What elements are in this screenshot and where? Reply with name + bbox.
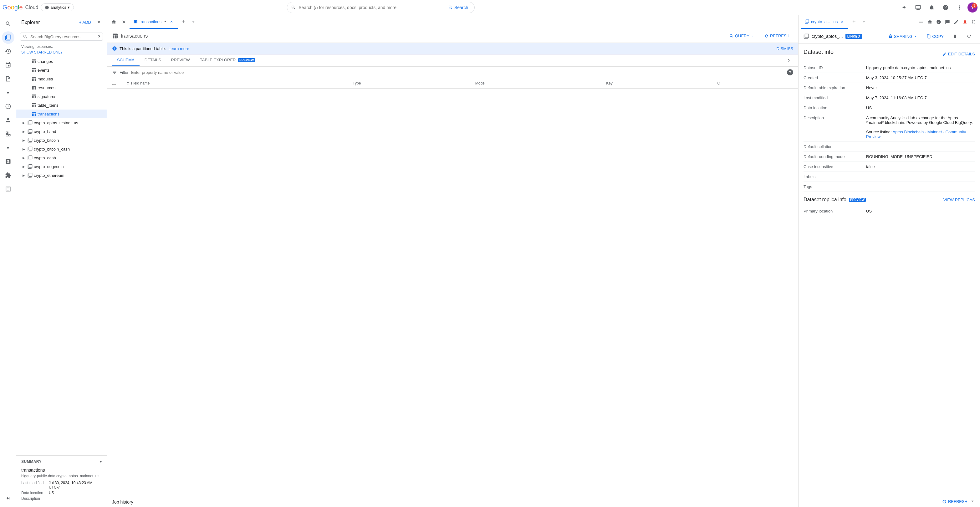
tree-item-changes[interactable]: changes ☆ ⋮ [16, 57, 107, 66]
delete-button[interactable] [949, 32, 961, 41]
refresh-table-button[interactable]: REFRESH [760, 32, 793, 40]
monitor-icon-btn[interactable] [912, 2, 924, 13]
resource-search-input[interactable] [30, 34, 95, 39]
tree-item-dash[interactable]: ▶ crypto_dash ☆ ⋮ [16, 153, 107, 162]
search-input[interactable] [299, 5, 443, 10]
star-signatures-btn[interactable]: ☆ [91, 93, 97, 99]
tree-item-modules[interactable]: modules ☆ ⋮ [16, 75, 107, 83]
more-dogecoin-btn[interactable]: ⋮ [98, 163, 104, 170]
select-all-checkbox[interactable] [112, 81, 116, 85]
sidebar-dot2-item[interactable]: • [2, 142, 14, 154]
more-testnet-btn[interactable]: ⋮ [98, 120, 104, 126]
star-transactions-btn[interactable]: ☆ [91, 111, 97, 117]
tree-item-ethereum[interactable]: ▶ crypto_ethereum ☆ ⋮ [16, 171, 107, 180]
sidebar-pinned-item[interactable] [2, 59, 14, 71]
tab-preview[interactable]: PREVIEW [166, 54, 195, 66]
filter-help-icon[interactable]: ? [787, 69, 793, 75]
more-bitcoin-cash-btn[interactable]: ⋮ [98, 146, 104, 152]
sidebar-explorer-item[interactable] [2, 31, 14, 44]
sidebar-dot-item[interactable]: • [2, 86, 14, 99]
sidebar-schedule-item[interactable] [2, 100, 14, 113]
source-listing-link[interactable]: Aptos Blockchain - Mainnet - Community P… [866, 129, 966, 139]
tree-item-transactions[interactable]: transactions ☆ ⋮ [16, 110, 107, 118]
more-bitcoin-btn[interactable]: ⋮ [98, 137, 104, 143]
add-tab-button[interactable]: + [179, 18, 188, 26]
more-band-btn[interactable]: ⋮ [98, 128, 104, 135]
copy-button[interactable]: COPY [923, 32, 947, 41]
sidebar-collapse-item[interactable] [2, 492, 14, 504]
tab-transactions[interactable]: transactions ✕ [130, 15, 178, 29]
sidebar-chart-item[interactable] [2, 155, 14, 168]
tree-item-dogecoin[interactable]: ▶ crypto_dogecoin ☆ ⋮ [16, 162, 107, 171]
learn-more-link[interactable]: Learn more [168, 46, 189, 51]
dismiss-button[interactable]: DISMISS [776, 46, 793, 51]
tab-close-btn[interactable] [119, 18, 128, 26]
bottom-refresh-button[interactable]: REFRESH [942, 499, 967, 504]
chat-tab-btn[interactable] [944, 18, 951, 26]
right-tab-more-button[interactable] [859, 18, 868, 26]
tab-close-transactions[interactable]: ✕ [169, 19, 174, 24]
sidebar-user-item[interactable] [2, 114, 14, 126]
star-dash-btn[interactable]: ☆ [91, 155, 97, 161]
tab-table-explorer[interactable]: TABLE EXPLORER PREVIEW [195, 54, 260, 66]
tab-schema[interactable]: SCHEMA [112, 54, 140, 66]
star-ethereum-btn[interactable]: ☆ [91, 172, 97, 179]
tree-item-band[interactable]: ▶ crypto_band ☆ ⋮ [16, 127, 107, 136]
add-right-tab-button[interactable]: + [850, 18, 858, 26]
star-modules-btn[interactable]: ☆ [91, 76, 97, 82]
tree-item-events[interactable]: events ☆ ⋮ [16, 66, 107, 75]
tab-dataset[interactable]: crypto_a... _us ✕ [801, 15, 848, 29]
star-dogecoin-btn[interactable]: ☆ [91, 163, 97, 170]
add-button[interactable]: + ADD [77, 19, 94, 26]
search-button[interactable]: Search [445, 4, 471, 11]
refresh-dataset-button[interactable] [963, 32, 975, 41]
tree-item-table-items[interactable]: table_items ☆ ⋮ [16, 101, 107, 110]
tree-item-testnet-us[interactable]: ▶ crypto_aptos_testnet_us ☆ ⋮ [16, 118, 107, 127]
more-resources-btn[interactable]: ⋮ [98, 84, 104, 91]
star-band-btn[interactable]: ☆ [91, 128, 97, 135]
sharing-button[interactable]: SHARING [885, 32, 921, 41]
more-events-btn[interactable]: ⋮ [98, 67, 104, 73]
more-ethereum-btn[interactable]: ⋮ [98, 172, 104, 179]
more-vert-icon-btn[interactable] [954, 2, 965, 13]
more-transactions-btn[interactable]: ⋮ [98, 111, 104, 117]
fullscreen-tab-btn[interactable] [970, 18, 977, 26]
star-bitcoin-btn[interactable]: ☆ [91, 137, 97, 143]
tree-item-resources[interactable]: resources ☆ ⋮ [16, 83, 107, 92]
tree-item-bitcoin-cash[interactable]: ▶ crypto_bitcoin_cash ☆ ⋮ [16, 145, 107, 153]
more-signatures-btn[interactable]: ⋮ [98, 93, 104, 99]
more-modules-btn[interactable]: ⋮ [98, 76, 104, 82]
sidebar-search-item[interactable] [2, 18, 14, 30]
help-icon-btn[interactable] [940, 2, 951, 13]
bell-icon-btn[interactable] [926, 2, 937, 13]
show-starred-button[interactable]: SHOW STARRED ONLY [16, 50, 107, 57]
info-tab-btn[interactable] [935, 18, 942, 26]
edit-details-button[interactable]: EDIT DETAILS [942, 52, 975, 56]
tree-item-signatures[interactable]: signatures ☆ ⋮ [16, 92, 107, 101]
star-events-btn[interactable]: ☆ [91, 67, 97, 73]
sidebar-flows-item[interactable] [2, 128, 14, 140]
user-avatar[interactable]: Y 3 [967, 3, 977, 13]
tab-more-button[interactable] [189, 18, 198, 26]
more-changes-btn[interactable]: ⋮ [98, 58, 104, 64]
tab-details[interactable]: DETAILS [140, 54, 166, 66]
edit-tab-btn[interactable] [953, 18, 960, 26]
star-resources-btn[interactable]: ☆ [91, 84, 97, 91]
project-selector[interactable]: analytics ▾ [41, 3, 74, 11]
collapse-explorer-button[interactable] [96, 19, 102, 26]
more-dash-btn[interactable]: ⋮ [98, 155, 104, 161]
sidebar-draft-item[interactable] [2, 73, 14, 85]
star-table-items-btn[interactable]: ☆ [91, 102, 97, 108]
more-table-items-btn[interactable]: ⋮ [98, 102, 104, 108]
star-testnet-btn[interactable]: ☆ [91, 120, 97, 126]
sidebar-plugin-item[interactable] [2, 169, 14, 182]
sidebar-history-item[interactable] [2, 45, 14, 57]
star-changes-btn[interactable]: ☆ [91, 58, 97, 64]
notification-tab-btn[interactable] [961, 18, 969, 26]
collapse-bottom-btn[interactable] [970, 499, 975, 504]
tree-item-bitcoin[interactable]: ▶ crypto_bitcoin ☆ ⋮ [16, 136, 107, 145]
query-button[interactable]: QUERY [725, 32, 758, 40]
sparkle-icon-btn[interactable]: ✦ [899, 2, 910, 13]
sidebar-table2-item[interactable] [2, 183, 14, 195]
star-bitcoin-cash-btn[interactable]: ☆ [91, 146, 97, 152]
